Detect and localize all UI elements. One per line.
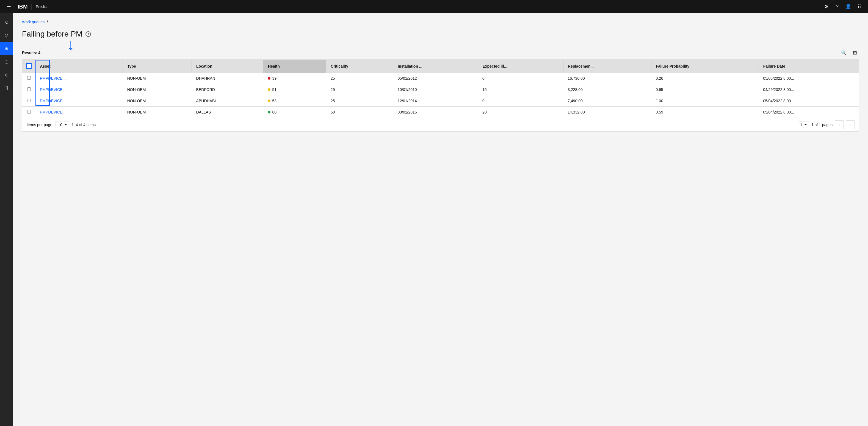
column-label-installation: Installation ... [398,64,422,68]
next-page-button[interactable]: › [846,120,855,129]
sidebar-item-insights[interactable]: ◌ [0,55,13,68]
asset-link[interactable]: PMPDEVICE... [40,87,66,92]
row-checkbox[interactable] [27,99,31,102]
column-label-location: Location [196,64,212,68]
expected-life-cell: 20 [478,106,563,118]
sidebar-item-users[interactable]: ⊕ [0,68,13,81]
results-toolbar: 🔍 ⊞ [839,49,859,57]
assets-table: Asset Type Location Health ↑ Criticality [22,60,859,118]
type-cell: NON-OEM [123,106,192,118]
asset-cell: PMPDEVICE... [35,73,123,84]
row-checkbox-cell [22,95,35,106]
column-header-health[interactable]: Health ↑ [263,60,326,73]
user-button[interactable]: 👤 [844,2,852,11]
health-cell: 39 [263,73,326,84]
items-per-page-select[interactable]: 10 20 50 [56,121,69,128]
sidebar-item-location[interactable]: ◎ [0,29,13,42]
info-icon[interactable]: i [86,31,91,37]
items-count: 1–4 of 4 items [71,123,96,127]
replacement-cell: 16,736.00 [563,73,651,84]
page-select[interactable]: 1 [798,121,809,128]
column-header-checkbox[interactable] [22,60,35,73]
column-header-asset[interactable]: Asset [35,60,123,73]
location-cell: ABUDHABI [192,95,264,106]
search-button[interactable]: 🔍 [839,49,848,57]
pagination-bar: Items per page: 10 20 50 1–4 of 4 items … [22,118,859,131]
main-content: Work queues / Failing before PM i ↓ Resu… [13,13,868,426]
expected-life-cell: 0 [478,73,563,84]
column-header-installation[interactable]: Installation ... [393,60,478,73]
column-header-location[interactable]: Location [192,60,264,73]
health-cell: 51 [263,84,326,95]
hamburger-button[interactable]: ☰ [4,2,13,11]
installation-cell: 10/01/2010 [393,84,478,95]
criticality-cell: 25 [326,95,393,106]
failure-date-cell: 05/04/2022 8:00... [758,95,859,106]
asset-cell: PMPDEVICE... [35,95,123,106]
failure-prob-cell: 0.59 [651,106,758,118]
replacement-cell: 3,228.00 [563,84,651,95]
ibm-logo: IBM [18,4,28,10]
help-button[interactable]: ? [833,2,842,11]
items-per-page-label: Items per page: [27,123,53,127]
columns-button[interactable]: ⊞ [850,49,859,57]
health-cell: 53 [263,95,326,106]
apps-button[interactable]: ⠿ [855,2,864,11]
failure-prob-cell: 1.00 [651,95,758,106]
asset-cell: PMPDEVICE... [35,106,123,118]
type-cell: NON-OEM [123,84,192,95]
prev-page-button[interactable]: ‹ [835,120,843,129]
criticality-cell: 25 [326,73,393,84]
row-checkbox-cell [22,84,35,95]
nav-brand: IBM | Predict [18,4,48,10]
column-header-failure-prob[interactable]: Failure Probability [651,60,758,73]
data-table-container: Asset Type Location Health ↑ Criticality [22,59,859,132]
column-label-replacement: Replacemen... [568,64,594,68]
columns-icon: ⊞ [853,50,857,56]
results-bar: Results: 4 🔍 ⊞ [22,45,859,57]
failure-date-cell: 04/29/2022 8:00... [758,84,859,95]
criticality-cell: 50 [326,106,393,118]
column-header-type[interactable]: Type [123,60,192,73]
page-title: Failing before PM [22,30,82,38]
settings-sidebar-icon: ⇅ [5,86,8,91]
health-dot-icon [268,88,271,91]
table-header: Asset Type Location Health ↑ Criticality [22,60,859,73]
breadcrumb-separator: / [47,20,48,24]
health-dot-icon [268,77,271,80]
sidebar-item-home[interactable]: ⊙ [0,16,13,29]
row-checkbox[interactable] [27,110,31,114]
row-checkbox-cell [22,73,35,84]
row-checkbox[interactable] [27,87,31,91]
asset-cell: PMPDEVICE... [35,84,123,95]
page-header: Failing before PM i ↓ [22,29,859,39]
column-label-health: Health [268,64,280,68]
location-icon: ◎ [5,33,8,38]
breadcrumb-work-queues[interactable]: Work queues [22,20,44,24]
asset-link[interactable]: PMPDEVICE... [40,76,66,81]
expected-life-cell: 15 [478,84,563,95]
column-header-criticality[interactable]: Criticality [326,60,393,73]
table-row: PMPDEVICE...NON-OEMABUDHABI532512/01/201… [22,95,859,106]
replacement-cell: 14,332.00 [563,106,651,118]
settings-button[interactable]: ⚙ [822,2,831,11]
column-header-failure-date[interactable]: Failure Date [758,60,859,73]
breadcrumb: Work queues / [22,20,859,24]
asset-link[interactable]: PMPDEVICE... [40,110,66,114]
home-icon: ⊙ [5,20,8,25]
nav-brand-divider: | [31,4,32,10]
search-icon: 🔍 [841,50,846,56]
column-header-replacement[interactable]: Replacemen... [563,60,651,73]
table-body: PMPDEVICE...NON-OEMDHAHRAN392505/01/2012… [22,73,859,118]
sidebar-item-analytics[interactable]: ≋ [0,42,13,55]
sidebar-item-settings[interactable]: ⇅ [0,81,13,95]
top-nav-left: ☰ IBM | Predict [4,2,48,11]
column-label-type: Type [127,64,136,68]
column-header-expected-life[interactable]: Expected lif... [478,60,563,73]
row-checkbox[interactable] [27,76,31,80]
sort-asc-icon: ↑ [283,65,284,68]
of-pages-text: 1 of 1 pages [811,123,833,127]
select-all-checkbox[interactable] [26,63,32,69]
failure-date-cell: 05/05/2022 8:00... [758,73,859,84]
asset-link[interactable]: PMPDEVICE... [40,99,66,103]
